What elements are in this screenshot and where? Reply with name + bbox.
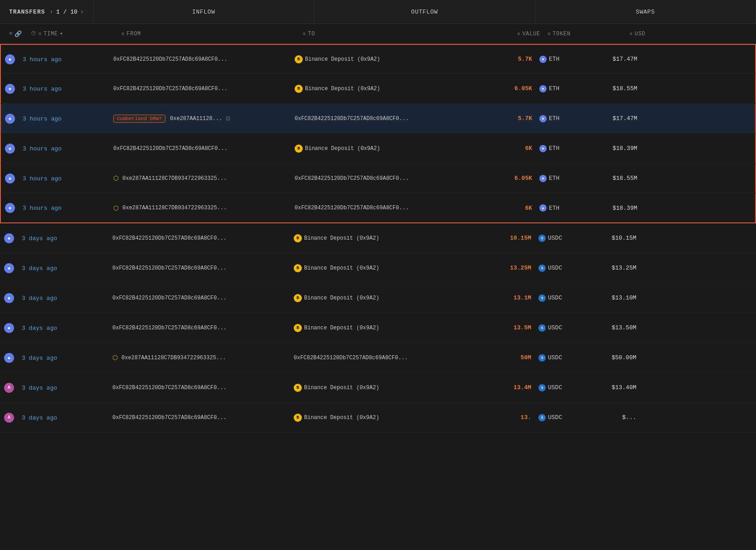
table-row[interactable]: ◆ 3 days ago 0xFC82B4225120Db7C257AD8c69…	[0, 223, 756, 253]
usdc-token-icon: $	[538, 384, 546, 391]
token-cell: $ USDC	[535, 414, 589, 421]
eth-icon: ◆	[4, 263, 14, 273]
filter-token-icon: ≡	[548, 31, 551, 37]
value-cell: 6.05K	[463, 85, 536, 92]
usd-cell: $17.47M	[590, 56, 645, 63]
value-cell: 13.25M	[462, 265, 535, 271]
usd-cell: $...	[589, 414, 644, 421]
binance-icon: B	[294, 294, 302, 302]
usd-header[interactable]: ≡ USD	[598, 31, 653, 37]
row-chain-icon-col: ◆	[1, 54, 19, 64]
to-cell: B Binance Deposit (0x9A2)	[291, 55, 463, 63]
value-cell: 13.4M	[462, 384, 535, 391]
token-header[interactable]: ≡ TOKEN	[544, 31, 598, 37]
row-chain-icon-col: ◆	[1, 84, 19, 94]
row-chain-icon-col: ◆	[0, 323, 18, 333]
to-header[interactable]: ≡ TO	[299, 31, 471, 37]
time-cell: 3 days ago	[18, 265, 109, 272]
usd-cell: $17.47M	[590, 115, 645, 122]
from-addr: 0xFC82B4225120Db7C257AD8c69A8CF0...	[113, 86, 228, 92]
table-row[interactable]: ◆ 3 hours ago Cumberland DRW? 0xe287AA11…	[0, 104, 756, 134]
inflow-label: INFLOW	[192, 9, 215, 15]
binance-icon: B	[294, 234, 302, 242]
next-page-arrow[interactable]: ›	[80, 8, 84, 15]
token-cell: ◆ ETH	[536, 204, 590, 212]
to-label-text: Binance Deposit (0x9A2)	[304, 415, 379, 421]
from-cell: 0xFC82B4225120Db7C257AD8c69A8CF0...	[109, 325, 290, 331]
time-cell: 3 hours ago	[19, 115, 110, 122]
time-cell: 3 hours ago	[19, 56, 110, 63]
transfers-tab[interactable]: TRANSFERS ‹ 1 / 10 ›	[0, 0, 93, 24]
value-cell: 13.1M	[462, 294, 535, 301]
to-label-text: Binance Deposit (0x9A2)	[304, 265, 379, 271]
time-label: TIME	[44, 31, 58, 37]
table-row[interactable]: ◆ 3 days ago 0xFC82B4225120Db7C257AD8c69…	[0, 283, 756, 313]
time-header[interactable]: ⏱ ≡ TIME ▾	[27, 30, 118, 37]
value-text: 6.05K	[463, 85, 532, 92]
aave-icon: A	[4, 413, 14, 423]
usd-cell: $18.39M	[590, 145, 645, 152]
token-cell: ◆ ETH	[536, 115, 590, 122]
table-row[interactable]: ◆ 3 hours ago ⬡ 0xe287AA11128C7DB9347229…	[0, 164, 756, 193]
table-row[interactable]: ◆ 3 hours ago 0xFC82B4225120Db7C257AD8c6…	[0, 44, 756, 74]
table-row[interactable]: A 3 days ago 0xFC82B4225120Db7C257AD8c69…	[0, 403, 756, 433]
token-name: USDC	[548, 384, 562, 391]
eth-token-icon: ◆	[539, 115, 547, 122]
token-cell: $ USDC	[535, 354, 589, 362]
token-label: TOKEN	[552, 31, 571, 37]
from-cell: Cumberland DRW? 0xe287AA11128... ⧉	[110, 115, 291, 123]
time-text: 3 days ago	[22, 415, 57, 421]
filter-icon[interactable]: ≡	[9, 30, 13, 37]
to-cell: B Binance Deposit (0x9A2)	[290, 264, 462, 272]
usd-text: $...	[589, 414, 636, 421]
usd-cell: $18.55M	[590, 175, 645, 182]
from-cell: 0xFC82B4225120Db7C257AD8c69A8CF0...	[110, 145, 291, 152]
table-row[interactable]: ◆ 3 days ago 0xFC82B4225120Db7C257AD8c69…	[0, 313, 756, 343]
token-name: USDC	[548, 354, 562, 361]
time-text: 3 days ago	[22, 355, 57, 362]
token-cell: ◆ ETH	[536, 85, 590, 92]
usd-cell: $18.55M	[590, 85, 645, 92]
table-body: ◆ 3 hours ago 0xFC82B4225120Db7C257AD8c6…	[0, 44, 756, 433]
table-row[interactable]: ◆ 3 hours ago 0xFC82B4225120Db7C257AD8c6…	[0, 74, 756, 104]
from-header[interactable]: ≡ FROM	[118, 31, 299, 37]
to-cell: 0xFC82B4225120Db7C257AD8c69A8CF0...	[290, 355, 462, 361]
to-cell: B Binance Deposit (0x9A2)	[290, 414, 462, 422]
prev-page-arrow[interactable]: ‹	[50, 8, 53, 15]
value-cell: 13.5M	[462, 324, 535, 331]
usd-text: $50.00M	[589, 354, 636, 361]
outflow-tab[interactable]: OUTFLOW	[314, 0, 535, 24]
token-name: ETH	[549, 145, 559, 152]
outflow-label: OUTFLOW	[411, 9, 438, 15]
to-label-text: Binance Deposit (0x9A2)	[305, 86, 380, 92]
table-row[interactable]: A 3 days ago 0xFC82B4225120Db7C257AD8c69…	[0, 373, 756, 403]
value-cell: 50M	[462, 354, 535, 361]
eth-icon: ◆	[5, 203, 15, 213]
from-cell: 0xFC82B4225120Db7C257AD8c69A8CF0...	[109, 415, 290, 421]
to-addr: 0xFC82B4225120Db7C257AD8c69A8CF0...	[295, 175, 409, 182]
table-row[interactable]: ◆ 3 days ago 0xFC82B4225120Db7C257AD8c69…	[0, 253, 756, 283]
eth-icon: ◆	[5, 174, 15, 183]
usd-cell: $13.40M	[589, 384, 644, 391]
table-row[interactable]: ◆ 3 hours ago ⬡ 0xe287AA11128C7DB9347229…	[0, 193, 756, 223]
from-addr: 0xe287AA11128C7DB934722963325...	[121, 355, 226, 361]
eth-icon: ◆	[4, 323, 14, 333]
swaps-tab[interactable]: SWAPS	[535, 0, 756, 24]
value-cell: 6.05K	[463, 175, 536, 182]
table-row[interactable]: ◆ 3 days ago ⬡ 0xe287AA11128C7DB93472296…	[0, 343, 756, 373]
binance-icon: B	[294, 324, 302, 332]
table-row[interactable]: ◆ 3 hours ago 0xFC82B4225120Db7C257AD8c6…	[0, 134, 756, 164]
usdc-token-icon: $	[538, 294, 546, 302]
usd-text: $13.10M	[589, 294, 636, 301]
usd-text: $18.55M	[590, 175, 637, 182]
filter-usd-icon: ≡	[630, 31, 633, 37]
transfers-label: TRANSFERS	[9, 9, 45, 15]
from-cell: ⬡ 0xe287AA11128C7DB934722963325...	[110, 204, 291, 212]
value-text: 5.7K	[463, 56, 532, 63]
inflow-tab[interactable]: INFLOW	[93, 0, 314, 24]
copy-icon[interactable]: ⧉	[226, 115, 230, 122]
value-header[interactable]: ≡ VALUE	[471, 31, 544, 37]
usd-cell: $10.15M	[589, 235, 644, 241]
from-addr: 0xFC82B4225120Db7C257AD8c69A8CF0...	[112, 295, 227, 301]
from-addr: 0xFC82B4225120Db7C257AD8c69A8CF0...	[112, 385, 227, 391]
